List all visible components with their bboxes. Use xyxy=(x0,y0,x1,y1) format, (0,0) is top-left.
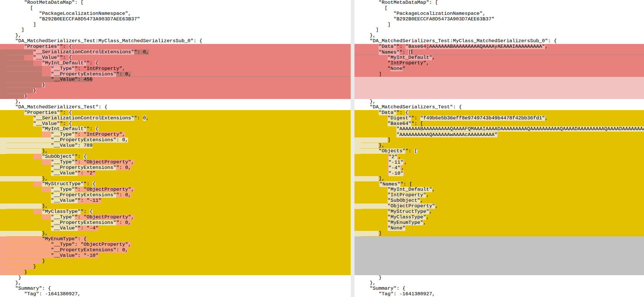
code-line[interactable]: "MyInt_Default", xyxy=(354,55,644,61)
code-line[interactable] xyxy=(354,248,644,253)
code-line[interactable]: "PackageLocalizationNamespace", xyxy=(354,11,644,17)
code-line[interactable]: "DA_MatchedSerializers_Test:MyClass_Matc… xyxy=(0,38,351,44)
code-line[interactable]: ] xyxy=(0,27,351,33)
code-line[interactable] xyxy=(354,93,644,99)
code-line[interactable]: "MyEnumType", xyxy=(354,220,644,226)
code-line[interactable]: "Names"": [ xyxy=(354,181,644,187)
code-line[interactable]: "__SerializationControlExtensions"": 0, xyxy=(0,116,351,121)
code-line[interactable]: "B292B0EECCFA8D5473A903D7AEE63B37" xyxy=(354,17,644,22)
code-line[interactable] xyxy=(354,82,644,88)
code-line[interactable]: "RootMetaDataMap": [ xyxy=(0,0,351,6)
code-line[interactable]: "__PropertyExtensions"": 0, xyxy=(0,165,351,171)
code-line[interactable]: "__Value"": "-11" xyxy=(0,198,351,204)
code-line[interactable]: }, xyxy=(0,204,351,209)
code-line[interactable]: "__Value": 789 xyxy=(0,143,351,148)
code-line[interactable]: "Summary": { xyxy=(0,286,351,291)
code-line[interactable]: ] xyxy=(354,72,644,77)
code-line[interactable]: "ObjectProperty", xyxy=(354,204,644,209)
code-line[interactable] xyxy=(354,253,644,259)
code-line[interactable]: "__Value"": { xyxy=(0,121,351,127)
code-line[interactable] xyxy=(354,88,644,93)
code-line[interactable]: "-10" xyxy=(354,171,644,176)
code-line[interactable]: "__PropertyExtensions": 0, xyxy=(0,137,351,143)
code-line[interactable]: "IntProperty", xyxy=(354,61,644,66)
code-line[interactable] xyxy=(354,259,644,264)
code-line[interactable]: "DA_MatchedSerializers_Test": { xyxy=(354,105,644,110)
code-line[interactable]: } xyxy=(0,88,351,93)
code-line[interactable]: } xyxy=(0,275,351,281)
code-line[interactable]: "__SerializationControlExtensions"": 0, xyxy=(0,50,351,55)
code-line[interactable]: "PackageLocalizationNamespace", xyxy=(0,11,351,17)
code-line[interactable]: "__Value"": { xyxy=(0,55,351,61)
code-line[interactable]: "IntProperty", xyxy=(354,192,644,198)
code-line[interactable]: "__Type"": "IntProperty", xyxy=(0,132,351,137)
code-line[interactable]: ] xyxy=(354,231,644,236)
code-line[interactable]: } xyxy=(0,270,351,275)
code-line[interactable]: }, xyxy=(0,33,351,38)
code-line[interactable]: "RootMetaDataMap": [ xyxy=(354,0,644,6)
code-line[interactable]: [ xyxy=(0,6,351,11)
code-line[interactable]: ] xyxy=(354,22,644,28)
code-line[interactable]: "MyStructType"": { xyxy=(0,181,351,187)
code-line[interactable]: "MyClassType"": { xyxy=(0,209,351,215)
code-line[interactable]: "-4", xyxy=(354,165,644,171)
code-line[interactable] xyxy=(354,242,644,248)
code-line[interactable]: "__PropertyExtensions": 0, xyxy=(0,248,351,253)
code-line[interactable]: "2", xyxy=(354,154,644,160)
code-line[interactable]: }, xyxy=(354,99,644,105)
code-line[interactable]: "Digest"": "f49b6e5b36eff8e9749743b49b44… xyxy=(354,116,644,121)
code-line[interactable]: "B292B0EECCFA8D5473A903D7AEE63B37" xyxy=(0,17,351,22)
code-line[interactable]: "MyEnumType": { xyxy=(0,236,351,242)
code-line[interactable] xyxy=(354,270,644,275)
code-line[interactable]: "__Type"": "ObjectProperty", xyxy=(0,187,351,192)
code-line[interactable]: } xyxy=(0,259,351,264)
code-line[interactable]: "None" xyxy=(354,66,644,72)
code-line[interactable]: "__Value": "-10" xyxy=(0,253,351,259)
code-line[interactable]: }, xyxy=(0,176,351,182)
code-line[interactable]: "__Type": "ObjectProperty", xyxy=(0,242,351,248)
code-line[interactable]: } xyxy=(0,264,351,270)
right-diff-pane[interactable]: "RootMetaDataMap": [ [ "PackageLocalizat… xyxy=(354,0,644,297)
code-line[interactable]: "__Value": 456 xyxy=(0,77,351,82)
code-line[interactable]: "Summary": { xyxy=(354,286,644,291)
code-line[interactable]: "__PropertyExtensions"": 0, xyxy=(0,220,351,226)
code-line[interactable]: "__Value"": "2" xyxy=(0,171,351,176)
code-line[interactable]: }, xyxy=(0,148,351,154)
code-line[interactable]: "Data"": "Base64:AAAAAAABAAAAAAAAAQAAAAy… xyxy=(354,44,644,50)
code-line[interactable]: "SubObject"": { xyxy=(0,154,351,160)
code-line[interactable]: "DA_MatchedSerializers_Test": { xyxy=(0,105,351,110)
code-line[interactable]: "__Type"": "ObjectProperty", xyxy=(0,160,351,165)
code-line[interactable]: "Tag": -1641380927, xyxy=(0,291,351,297)
code-line[interactable]: }, xyxy=(0,99,351,105)
code-line[interactable]: }, xyxy=(0,231,351,236)
code-line[interactable]: }, xyxy=(354,33,644,38)
code-line[interactable]: "__PropertyExtensions"": 0, xyxy=(0,192,351,198)
code-line[interactable]: "MyInt_Default"": { xyxy=(0,61,351,66)
code-line[interactable]: "DA_MatchedSerializers_Test:MyClass_Matc… xyxy=(354,38,644,44)
code-line[interactable]: "Tag": -1641380927, xyxy=(354,291,644,297)
code-line[interactable]: "__Value"": "-4" xyxy=(0,226,351,231)
code-line[interactable]: "MyStructType", xyxy=(354,209,644,215)
code-line[interactable]: [ xyxy=(354,6,644,11)
code-line[interactable]: "__Type"": "ObjectProperty", xyxy=(0,215,351,220)
code-line[interactable]: } xyxy=(0,93,351,99)
code-line[interactable]: "Properties"": { xyxy=(0,44,351,50)
code-line[interactable]: } xyxy=(354,275,644,281)
code-line[interactable]: "MyInt_Default", xyxy=(354,187,644,192)
code-line[interactable]: "-11", xyxy=(354,160,644,165)
code-line[interactable]: "Base64"": [ xyxy=(354,121,644,127)
code-line[interactable]: }, xyxy=(354,143,644,148)
code-line[interactable]: "AAAAAAAAAAQAAAAAAwAAAAcAAAAAAAAA" xyxy=(354,132,644,137)
code-line[interactable]: "MyInt_Default"": { xyxy=(0,126,351,132)
code-line[interactable]: }, xyxy=(0,280,351,286)
code-line[interactable]: ] xyxy=(354,137,644,143)
code-line[interactable]: }, xyxy=(354,280,644,286)
code-line[interactable]: "None" xyxy=(354,226,644,231)
code-line[interactable]: "MyClassType", xyxy=(354,215,644,220)
code-line[interactable]: "AAAAAAABAAAAAAAAAQAAAAFQMAAAIAAAADAAAAA… xyxy=(354,126,644,132)
code-line[interactable]: "__PropertyExtensions"": 0, xyxy=(0,72,351,77)
code-line[interactable]: ] xyxy=(0,22,351,28)
split-divider[interactable] xyxy=(351,0,354,297)
code-line[interactable]: ], xyxy=(354,176,644,182)
code-line[interactable]: ] xyxy=(354,27,644,33)
